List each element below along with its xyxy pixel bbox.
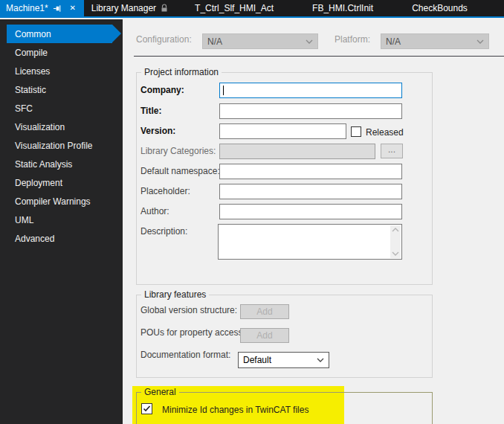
author-field[interactable] (219, 204, 402, 219)
tab-machine1[interactable]: Machine1* ✕ (0, 0, 84, 16)
global-version-add-button: Add (240, 304, 289, 319)
library-categories-input (219, 144, 375, 159)
chevron-down-icon (317, 358, 324, 362)
pous-add-button: Add (240, 328, 289, 343)
version-label: Version: (140, 126, 175, 136)
default-namespace-input[interactable] (219, 164, 402, 179)
sidebar-item-label: SFC (15, 103, 33, 114)
sidebar-item-uml[interactable]: UML (7, 211, 112, 229)
sidebar-item-label: Visualization Profile (15, 141, 93, 151)
tab-checkbounds[interactable]: CheckBounds (392, 0, 487, 16)
description-textarea[interactable] (218, 224, 402, 260)
sidebar-item-advanced[interactable]: Advanced (7, 229, 112, 248)
settings-category-sidebar: Common Compile Licenses Statistic SFC Vi… (0, 19, 123, 424)
released-label: Released (366, 127, 404, 138)
sidebar-item-licenses[interactable]: Licenses (7, 62, 112, 80)
tab-label: Machine1* (6, 3, 48, 13)
sidebar-item-visualization-profile[interactable]: Visualization Profile (7, 136, 112, 155)
platform-select: N/A (381, 33, 489, 49)
sidebar-item-label: Advanced (15, 234, 54, 244)
group-title: Project information (141, 67, 222, 77)
configuration-select: N/A (202, 33, 318, 49)
tab-label: FB_HMI.CtrlInit (312, 3, 373, 13)
minimize-id-changes-label: Minimize Id changes in TwinCAT files (162, 405, 308, 415)
group-title: General (141, 387, 179, 397)
sidebar-item-label: Static Analysis (15, 159, 72, 170)
description-label: Description: (140, 226, 187, 237)
common-settings-panel: Configuration: N/A Platform: N/A Project… (123, 19, 504, 424)
title-field[interactable] (219, 103, 402, 119)
sidebar-item-compile[interactable]: Compile (7, 43, 112, 62)
configuration-value: N/A (207, 36, 222, 47)
chevron-down-icon (476, 39, 484, 44)
description-scrollbar[interactable] (390, 225, 401, 258)
placeholder-input[interactable] (219, 184, 402, 199)
group-title: Library features (141, 289, 209, 300)
sidebar-item-compiler-warnings[interactable]: Compiler Warnings (7, 192, 112, 211)
title-input[interactable] (219, 103, 402, 119)
lock-icon (161, 4, 168, 13)
library-categories-label: Library Categories: (140, 146, 216, 156)
document-tab-bar: Machine1* ✕ Library Manager T_Ctrl_Slf_H… (0, 0, 504, 18)
sidebar-item-deployment[interactable]: Deployment (7, 173, 112, 192)
platform-label: Platform: (335, 34, 370, 45)
checkmark-icon (143, 405, 151, 413)
library-categories-field (219, 144, 375, 159)
close-icon[interactable]: ✕ (68, 3, 78, 13)
chevron-down-icon (306, 39, 313, 44)
tab-fb-hmi-ctrlinit[interactable]: FB_HMI.CtrlInit (293, 0, 392, 16)
library-categories-browse-button[interactable]: ... (381, 144, 403, 158)
sidebar-item-label: Deployment (15, 178, 62, 188)
configuration-label: Configuration: (136, 34, 192, 45)
tab-label: T_Ctrl_Slf_HMI_Act (195, 3, 274, 13)
sidebar-item-label: UML (15, 215, 33, 225)
sidebar-item-label: Licenses (15, 66, 50, 77)
sidebar-item-label: Compiler Warnings (15, 196, 91, 207)
version-input[interactable] (219, 123, 346, 139)
sidebar-item-statistic[interactable]: Statistic (7, 80, 112, 99)
global-version-structure-label: Global version structure: (140, 305, 237, 315)
sidebar-item-sfc[interactable]: SFC (7, 99, 112, 118)
platform-value: N/A (386, 36, 401, 47)
company-label: Company: (140, 85, 184, 95)
separator (134, 56, 504, 57)
documentation-format-label: Documentation format: (140, 350, 230, 360)
documentation-format-select[interactable]: Default (238, 352, 329, 368)
tab-label: CheckBounds (412, 3, 468, 13)
released-checkbox[interactable] (351, 126, 361, 137)
tab-t-ctrl-slf-hmi-act[interactable]: T_Ctrl_Slf_HMI_Act (175, 0, 293, 16)
sidebar-item-label: Visualization (15, 122, 65, 132)
sidebar-item-visualization[interactable]: Visualization (7, 118, 112, 136)
placeholder-label: Placeholder: (140, 186, 190, 196)
documentation-format-value: Default (243, 355, 271, 365)
version-field[interactable] (219, 123, 346, 139)
sidebar-item-common[interactable]: Common (7, 25, 112, 43)
default-namespace-field[interactable] (219, 164, 402, 179)
text-caret (223, 86, 224, 95)
author-label: Author: (140, 206, 169, 216)
pin-icon[interactable] (53, 3, 63, 13)
default-namespace-label: Default namespace: (140, 166, 220, 176)
placeholder-field[interactable] (219, 184, 402, 199)
author-input[interactable] (219, 204, 402, 219)
library-properties-window: Machine1* ✕ Library Manager T_Ctrl_Slf_H… (0, 0, 504, 424)
scroll-up-icon[interactable] (392, 228, 399, 232)
sidebar-item-label: Statistic (15, 85, 46, 95)
minimize-id-changes-checkbox[interactable] (141, 403, 152, 414)
sidebar-item-static-analysis[interactable]: Static Analysis (7, 155, 112, 173)
tab-label: Library Manager (91, 3, 156, 13)
company-input[interactable] (219, 83, 402, 98)
pous-property-access-label: POUs for property access: (140, 327, 245, 338)
sidebar-item-label: Compile (15, 48, 48, 58)
sidebar-item-label: Common (15, 29, 51, 39)
title-label: Title: (140, 106, 161, 116)
scroll-down-icon[interactable] (392, 251, 399, 256)
company-field[interactable] (219, 83, 402, 98)
tab-library-manager[interactable]: Library Manager (84, 0, 175, 16)
